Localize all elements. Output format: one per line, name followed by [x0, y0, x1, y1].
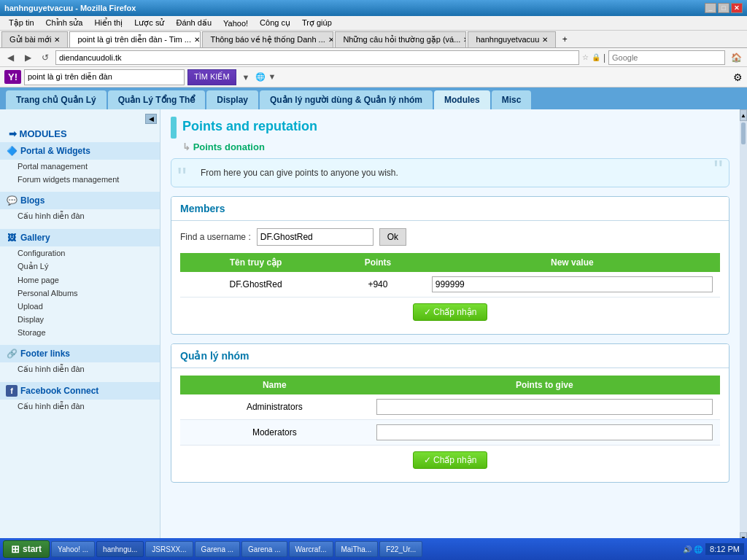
- sidebar-link-gallery-upload[interactable]: Upload: [0, 300, 160, 313]
- new-tab-button[interactable]: +: [557, 32, 572, 47]
- scroll-track: [740, 121, 747, 532]
- menu-trogiup[interactable]: Trợ giúp: [296, 17, 338, 29]
- taskbar-item-0[interactable]: Yahoo! ...: [51, 541, 95, 557]
- back-button[interactable]: ◀: [3, 50, 18, 65]
- sidebar-link-gallery-personal[interactable]: Personal Albums: [0, 287, 160, 300]
- find-username-input[interactable]: [257, 228, 374, 246]
- menu-yahoo[interactable]: Yahoo!: [217, 18, 254, 29]
- admin-tab-users[interactable]: Quản lý người dùng & Quản lý nhóm: [260, 90, 433, 109]
- scroll-up-button[interactable]: ▲: [740, 109, 747, 121]
- right-scrollbar[interactable]: ▲ ▼: [740, 109, 747, 544]
- sidebar: ◀ ➡ MODULES 🔷 Portal & Widgets Portal ma…: [0, 109, 160, 544]
- forward-button[interactable]: ▶: [20, 50, 35, 65]
- body-layout: ◀ ➡ MODULES 🔷 Portal & Widgets Portal ma…: [0, 109, 747, 544]
- yahoo-settings-icon[interactable]: ⚙: [733, 71, 743, 83]
- find-user-row: Find a username : Ok: [180, 228, 720, 246]
- main-panel: Points and reputation ↳ Points donation …: [160, 109, 740, 544]
- start-button[interactable]: ⊞ start: [3, 540, 50, 558]
- menu-danh-dau[interactable]: Đánh dấu: [170, 17, 217, 29]
- maximize-button[interactable]: □: [718, 3, 729, 13]
- admin-points-input[interactable]: [376, 399, 713, 415]
- admin-tab-home[interactable]: Trang chủ Quản Lý: [6, 90, 107, 109]
- yahoo-search-button[interactable]: TÌM KIẾM: [187, 69, 236, 85]
- admin-tab-misc[interactable]: Misc: [492, 90, 532, 109]
- sidebar-link-blogs-config[interactable]: Cấu hình diễn đàn: [0, 209, 160, 223]
- menu-chinhtua[interactable]: Chỉnh sửa: [40, 17, 89, 29]
- sidebar-link-footer-config[interactable]: Cấu hình diễn đàn: [0, 362, 160, 376]
- sidebar-link-gallery-homepage[interactable]: Home page: [0, 273, 160, 287]
- sidebar-link-gallery-display[interactable]: Display: [0, 313, 160, 326]
- taskbar-item-3[interactable]: Garena ...: [195, 541, 240, 557]
- browser-tab-0[interactable]: Gửi bài mới ✕: [1, 31, 68, 47]
- find-label: Find a username :: [180, 232, 251, 242]
- members-section: Members Find a username : Ok Tên truy cậ…: [171, 196, 729, 335]
- admin-tab-display[interactable]: Display: [206, 90, 258, 109]
- find-ok-button[interactable]: Ok: [379, 228, 406, 246]
- close-button[interactable]: ✕: [731, 3, 743, 13]
- sidebar-link-gallery-storage[interactable]: Storage: [0, 326, 160, 339]
- quote-box: " From here you can give points to anyon…: [171, 158, 729, 187]
- sidebar-section-facebook-header[interactable]: f Facebook Connect: [0, 382, 160, 400]
- yahoo-toolbar: Y! TÌM KIẾM ▼ 🌐 ▼ ⚙: [0, 67, 747, 88]
- sidebar-link-gallery-quanly[interactable]: Quản Lý: [0, 260, 160, 273]
- sidebar-link-forum-widgets[interactable]: Forum widgets management: [0, 173, 160, 186]
- sidebar-section-portal-header[interactable]: 🔷 Portal & Widgets: [0, 142, 160, 160]
- mod-points-input[interactable]: [376, 424, 713, 440]
- tab-close-3[interactable]: ✕: [463, 36, 466, 44]
- members-accept-button[interactable]: Chấp nhận: [413, 303, 488, 321]
- sidebar-link-portal-management[interactable]: Portal management: [0, 160, 160, 173]
- group-accept-button[interactable]: Chấp nhận: [413, 451, 488, 469]
- address-input[interactable]: [55, 50, 579, 65]
- sidebar-section-footer-header[interactable]: 🔗 Footer links: [0, 345, 160, 362]
- new-value-input[interactable]: [432, 276, 713, 292]
- taskbar-item-5[interactable]: Warcraf...: [289, 541, 333, 557]
- google-search-input[interactable]: [608, 50, 725, 65]
- modules-header: ➡ MODULES: [0, 125, 160, 142]
- browser-tab-bar: Gửi bài mới ✕ point là gì trên diễn đàn …: [0, 31, 747, 48]
- scroll-thumb[interactable]: [741, 122, 746, 144]
- sidebar-section-facebook: f Facebook Connect Cấu hình diễn đàn: [0, 382, 160, 413]
- quote-left-mark: ": [177, 165, 187, 191]
- taskbar-item-1[interactable]: hanhngu...: [96, 541, 144, 557]
- minimize-button[interactable]: _: [705, 3, 716, 13]
- browser-tab-3[interactable]: Những câu hỏi thường gặp (vá... ✕: [335, 31, 466, 47]
- tab-close-4[interactable]: ✕: [542, 36, 548, 44]
- admin-tab-total[interactable]: Quản Lý Tổng Thể: [108, 90, 206, 109]
- home-button[interactable]: 🏠: [728, 50, 744, 65]
- members-accept-row: Chấp nhận: [180, 298, 720, 327]
- yahoo-search-input[interactable]: [24, 69, 185, 85]
- clock: 8:12 PM: [705, 543, 744, 555]
- windows-logo: ⊞: [11, 543, 20, 555]
- sidebar-collapse-button[interactable]: ◀: [145, 114, 157, 124]
- tab-close-1[interactable]: ✕: [194, 36, 200, 44]
- window-controls[interactable]: _ □ ✕: [705, 3, 743, 13]
- yahoo-translate[interactable]: 🌐 ▼: [255, 72, 276, 82]
- sidebar-section-gallery-header[interactable]: 🖼 Gallery: [0, 229, 160, 246]
- browser-tab-1[interactable]: point là gì trên diễn đàn - Tim ... ✕: [69, 31, 201, 47]
- cell-new-value: [425, 272, 720, 298]
- taskbar-item-7[interactable]: F22_Ur...: [379, 541, 422, 557]
- menu-hienthi[interactable]: Hiển thị: [89, 17, 129, 29]
- reload-button[interactable]: ↺: [38, 50, 53, 65]
- sidebar-section-blogs-header[interactable]: 💬 Blogs: [0, 192, 160, 209]
- browser-tab-2[interactable]: Thông báo về hệ thống Danh ... ✕: [202, 31, 333, 47]
- title-bar: hanhnguyetvacuu - Mozilla Firefox _ □ ✕: [0, 0, 747, 16]
- group-section-body: Name Points to give Administrators: [171, 368, 729, 482]
- taskbar-item-2[interactable]: JSRSXX...: [145, 541, 193, 557]
- browser-tab-4[interactable]: hanhnguyetvacuu ✕: [468, 31, 556, 47]
- menu-taptin[interactable]: Tập tin: [3, 17, 40, 29]
- menu-bar: Tập tin Chỉnh sửa Hiển thị Lược sử Đánh …: [0, 16, 747, 31]
- blogs-icon: 💬: [6, 195, 18, 206]
- taskbar-item-6[interactable]: MaiTha...: [335, 541, 379, 557]
- sidebar-link-facebook-config[interactable]: Cấu hình diễn đàn: [0, 400, 160, 413]
- yahoo-logo: Y!: [4, 70, 21, 84]
- tab-close-0[interactable]: ✕: [54, 36, 60, 44]
- menu-congtuu[interactable]: Công cụ: [254, 17, 296, 29]
- admin-tab-modules[interactable]: Modules: [434, 90, 490, 109]
- yahoo-options[interactable]: ▼: [242, 73, 250, 82]
- bookmark-icon[interactable]: ☆: [582, 53, 589, 61]
- taskbar-item-4[interactable]: Garena ...: [241, 541, 287, 557]
- menu-luocsuu[interactable]: Lược sử: [128, 17, 170, 29]
- tab-close-2[interactable]: ✕: [328, 36, 334, 44]
- sidebar-link-gallery-config[interactable]: Configuration: [0, 246, 160, 260]
